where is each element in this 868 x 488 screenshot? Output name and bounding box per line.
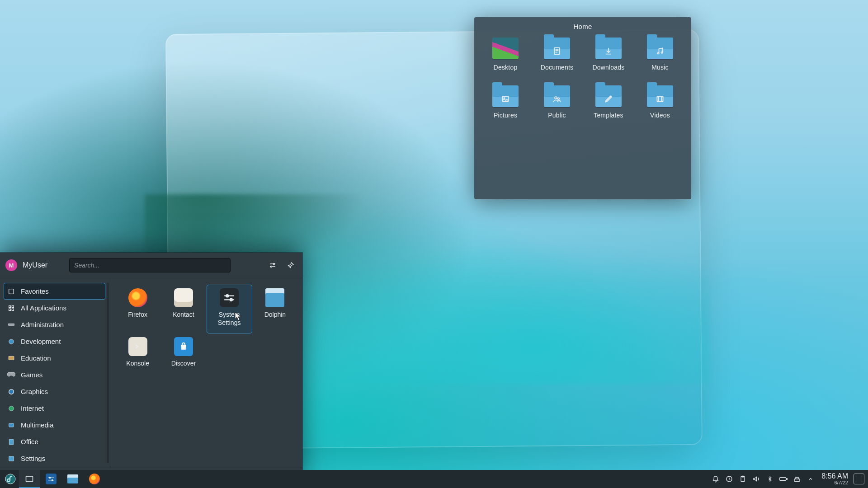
home-item-videos[interactable]: Videos: [638, 85, 682, 119]
svg-rect-10: [9, 289, 14, 294]
configure-button[interactable]: [266, 259, 279, 272]
system-tray: [710, 474, 816, 484]
svg-point-18: [9, 389, 14, 394]
svg-rect-41: [794, 479, 800, 481]
category-internet[interactable]: Internet: [4, 400, 105, 417]
category-games[interactable]: Games: [4, 366, 105, 383]
svg-rect-22: [9, 456, 14, 461]
app-label: Kontact: [173, 311, 194, 319]
tray-volume[interactable]: [751, 474, 762, 484]
category-favorites[interactable]: Favorites: [4, 283, 105, 300]
clock[interactable]: 8:56 AM 6/7/22: [821, 473, 848, 485]
category-office[interactable]: Office: [4, 433, 105, 450]
earth-icon: [7, 404, 15, 413]
category-label: Favorites: [21, 287, 49, 295]
tray-expand[interactable]: [805, 474, 816, 484]
category-sidebar: Favorites All Applications Administratio…: [0, 278, 110, 468]
folder-icon: [492, 85, 519, 107]
category-multimedia[interactable]: Multimedia: [4, 417, 105, 433]
user-avatar[interactable]: M: [5, 259, 17, 271]
category-label: Administration: [21, 321, 64, 328]
grid-icon: [7, 304, 15, 312]
svg-rect-40: [787, 479, 788, 480]
svg-point-8: [274, 263, 275, 265]
terminal-icon: [128, 337, 147, 356]
tray-network[interactable]: [792, 474, 802, 484]
home-item-public[interactable]: Public: [535, 85, 579, 119]
tray-clipboard[interactable]: [737, 474, 748, 484]
search-input[interactable]: [69, 258, 231, 272]
app-firefox[interactable]: Firefox: [115, 285, 160, 333]
window-icon: [25, 474, 34, 483]
app-dolphin[interactable]: Dolphin: [252, 285, 298, 333]
category-label: Graphics: [21, 388, 48, 395]
category-development[interactable]: Development: [4, 333, 105, 350]
shopping-bag-icon: [174, 337, 193, 356]
category-label: Office: [21, 438, 38, 446]
kickoff-launcher: M MyUser Favorites All Applications Admi…: [0, 253, 302, 488]
home-item-music[interactable]: Music: [638, 38, 682, 71]
task-button-active[interactable]: [19, 470, 40, 488]
category-administration[interactable]: Administration: [4, 316, 105, 333]
home-folderview-widget: Home Desktop Documents Downloads Music: [474, 17, 691, 199]
svg-rect-17: [9, 356, 14, 360]
clock-date: 6/7/22: [834, 480, 848, 486]
home-item-desktop[interactable]: Desktop: [483, 38, 528, 71]
svg-point-5: [555, 97, 557, 99]
settings-icon: [7, 455, 15, 463]
tray-notifications[interactable]: [710, 474, 721, 484]
svg-point-1: [657, 52, 659, 54]
category-label: Education: [21, 354, 51, 362]
svg-point-35: [52, 479, 53, 481]
pin-button[interactable]: [284, 259, 297, 272]
firefox-icon: [89, 474, 100, 484]
category-label: Games: [21, 371, 42, 379]
folder-icon: [67, 474, 78, 483]
task-system-settings[interactable]: [41, 470, 61, 488]
svg-rect-7: [657, 96, 663, 102]
app-label: Firefox: [128, 311, 147, 319]
svg-point-16: [9, 339, 14, 344]
fedora-icon: [5, 474, 16, 484]
desktop-thumbnail-icon: [492, 38, 519, 59]
task-firefox[interactable]: [84, 470, 105, 488]
home-item-pictures[interactable]: Pictures: [483, 85, 528, 119]
home-item-label: Templates: [594, 112, 623, 119]
tray-bluetooth[interactable]: [764, 474, 775, 484]
folder-icon: [595, 38, 622, 59]
category-label: Internet: [21, 404, 44, 412]
app-kontact[interactable]: Kontact: [160, 285, 206, 333]
category-settings[interactable]: Settings: [4, 450, 105, 467]
home-item-documents[interactable]: Documents: [535, 38, 579, 71]
home-item-label: Videos: [650, 112, 670, 119]
app-konsole[interactable]: Konsole: [115, 333, 160, 382]
svg-rect-13: [9, 309, 11, 310]
office-icon: [7, 438, 15, 446]
category-education[interactable]: Education: [4, 350, 105, 366]
start-menu-button[interactable]: [3, 470, 18, 488]
home-item-label: Music: [651, 64, 669, 71]
home-item-label: Pictures: [494, 112, 517, 119]
sphere-icon: [7, 388, 15, 396]
home-item-templates[interactable]: Templates: [586, 85, 631, 119]
category-label: Development: [21, 338, 61, 345]
task-dolphin[interactable]: [62, 470, 83, 488]
home-item-label: Downloads: [592, 64, 624, 71]
show-desktop-button[interactable]: [854, 474, 864, 484]
category-all-applications[interactable]: All Applications: [4, 300, 105, 316]
svg-rect-33: [26, 476, 33, 482]
tray-battery[interactable]: [778, 474, 789, 484]
app-label: System Settings: [208, 311, 250, 327]
tray-updates[interactable]: [724, 474, 735, 484]
folder-icon: [647, 85, 673, 107]
home-item-downloads[interactable]: Downloads: [586, 38, 631, 71]
app-system-settings[interactable]: System Settings: [207, 285, 252, 333]
svg-rect-11: [9, 305, 11, 307]
folder-icon: [544, 85, 570, 107]
folder-icon: [595, 85, 622, 107]
board-icon: [7, 354, 15, 362]
app-label: Dolphin: [264, 311, 286, 319]
category-graphics[interactable]: Graphics: [4, 383, 105, 400]
taskbar: 8:56 AM 6/7/22: [0, 470, 868, 488]
app-discover[interactable]: Discover: [160, 333, 206, 382]
